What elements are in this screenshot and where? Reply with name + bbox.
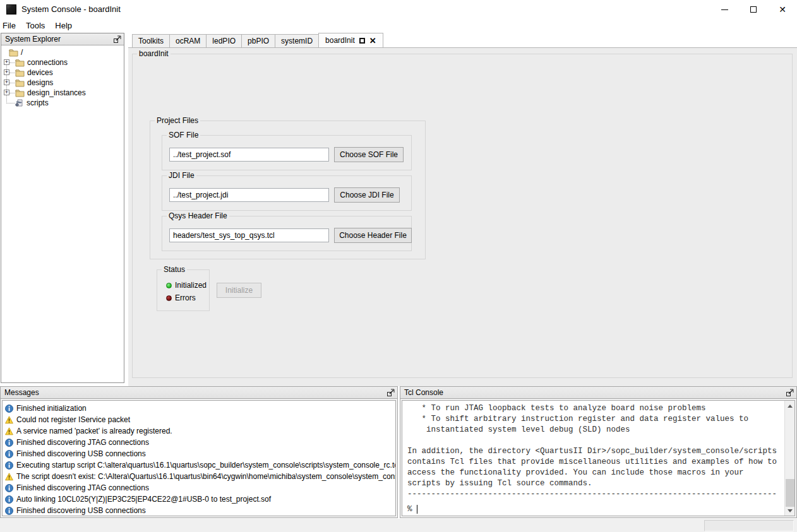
message-text: Finished discovering USB connections bbox=[16, 449, 146, 458]
undock-icon[interactable] bbox=[387, 389, 395, 397]
message-row[interactable]: Finished discovering JTAG connections bbox=[3, 482, 395, 494]
menu-file[interactable]: File bbox=[0, 19, 21, 32]
tree-item-devices[interactable]: + devices bbox=[1, 68, 124, 78]
tab-toolkits[interactable]: Toolkits bbox=[132, 34, 170, 47]
tcl-console-title: Tcl Console bbox=[404, 387, 443, 398]
info-icon bbox=[5, 495, 13, 504]
tcl-scrollbar[interactable] bbox=[784, 401, 794, 516]
minimize-button[interactable] bbox=[710, 0, 739, 19]
message-text: The script doesn't exist: C:\Altera\Quar… bbox=[16, 472, 396, 481]
tree-item-designs[interactable]: + designs bbox=[1, 78, 124, 88]
qsys-header-input[interactable] bbox=[169, 228, 329, 242]
tab-pbpio[interactable]: pbPIO bbox=[241, 34, 275, 47]
jdi-file-groupbox: JDI File Choose JDI File bbox=[162, 175, 412, 211]
message-text: Executing startup script C:\altera\quart… bbox=[16, 461, 396, 470]
messages-panel: Messages Finished initialization Could n… bbox=[0, 386, 398, 518]
message-row[interactable]: A service named 'packet' is already regi… bbox=[3, 425, 395, 437]
tcl-console-panel: Tcl Console * To run JTAG loopback tests… bbox=[400, 386, 797, 518]
status-bar bbox=[0, 519, 797, 532]
close-icon: ✕ bbox=[779, 5, 786, 14]
tree-stub bbox=[9, 83, 15, 83]
tab-ledpio[interactable]: ledPIO bbox=[206, 34, 242, 47]
maximize-icon bbox=[750, 6, 757, 13]
tree-stub bbox=[6, 103, 15, 103]
system-explorer-title: System Explorer bbox=[5, 33, 61, 45]
message-text: Finished discovering JTAG connections bbox=[16, 483, 149, 492]
message-row[interactable]: Finished initialization bbox=[3, 403, 395, 414]
expand-icon[interactable]: + bbox=[4, 90, 9, 95]
message-text: Auto linking 10CL025(Y|Z)|EP3C25|EP4CE22… bbox=[16, 495, 271, 504]
message-row[interactable]: Finished discovering USB connections bbox=[3, 448, 395, 459]
tcl-prompt[interactable]: % bbox=[407, 505, 417, 514]
scripts-icon bbox=[15, 99, 24, 107]
folder-icon bbox=[15, 59, 25, 67]
jdi-file-input[interactable] bbox=[169, 188, 329, 202]
message-row[interactable]: The script doesn't exist: C:\Altera\Quar… bbox=[3, 471, 395, 482]
message-row[interactable]: Executing startup script C:\altera\quart… bbox=[3, 459, 395, 471]
close-button[interactable]: ✕ bbox=[768, 0, 797, 19]
tree-item-root[interactable]: / bbox=[1, 47, 124, 57]
sof-file-label: SOF File bbox=[167, 131, 200, 139]
sof-file-input[interactable] bbox=[169, 148, 329, 162]
tab-boardinit[interactable]: boardInit ✕ bbox=[318, 33, 383, 47]
tcl-console-output: * To run JTAG loopback tests to analyze … bbox=[407, 403, 782, 500]
tree-stub bbox=[9, 93, 15, 93]
warning-icon bbox=[5, 416, 13, 424]
choose-header-file-button[interactable]: Choose Header File bbox=[334, 228, 412, 243]
explorer-tree: / + connections + devices + designs + de… bbox=[1, 45, 124, 382]
tree-item-label: design_instances bbox=[27, 88, 86, 97]
arrow-down-icon bbox=[788, 509, 793, 512]
maximize-button[interactable] bbox=[739, 0, 768, 19]
scroll-down-button[interactable] bbox=[785, 505, 795, 516]
menu-help[interactable]: Help bbox=[50, 19, 77, 32]
tree-item-connections[interactable]: + connections bbox=[1, 57, 124, 68]
tcl-console-body[interactable]: * To run JTAG loopback tests to analyze … bbox=[402, 400, 795, 516]
warning-icon bbox=[5, 427, 13, 435]
folder-icon bbox=[15, 79, 25, 87]
window-controls: ✕ bbox=[710, 0, 797, 19]
info-icon bbox=[5, 461, 13, 470]
choose-jdi-file-button[interactable]: Choose JDI File bbox=[334, 187, 400, 203]
tree-item-design-instances[interactable]: + design_instances bbox=[1, 88, 124, 98]
message-row[interactable]: Finished discovering JTAG connections bbox=[3, 437, 395, 448]
project-files-label: Project Files bbox=[155, 116, 200, 125]
message-row[interactable]: Finished discovering USB connections bbox=[3, 505, 395, 516]
sof-file-groupbox: SOF File Choose SOF File bbox=[162, 135, 412, 170]
initialize-button[interactable]: Initialize bbox=[217, 283, 261, 298]
folder-icon bbox=[15, 89, 25, 97]
info-icon bbox=[5, 507, 13, 515]
minimize-icon bbox=[721, 9, 728, 10]
tree-item-scripts[interactable]: scripts bbox=[1, 98, 124, 108]
tab-ocram[interactable]: ocRAM bbox=[169, 34, 207, 47]
message-text: Finished initialization bbox=[16, 404, 87, 413]
undock-icon[interactable] bbox=[113, 35, 121, 44]
status-groupbox: Status Initialized Errors bbox=[157, 269, 210, 311]
info-icon bbox=[5, 439, 13, 447]
system-explorer-header: System Explorer bbox=[1, 33, 124, 45]
system-console-window: { "window": { "title": "System Console -… bbox=[0, 0, 797, 532]
choose-sof-file-button[interactable]: Choose SOF File bbox=[334, 147, 404, 162]
undock-icon[interactable] bbox=[786, 389, 794, 397]
errors-label: Errors bbox=[175, 293, 196, 302]
tab-close-icon[interactable]: ✕ bbox=[369, 37, 376, 45]
initialized-status-row: Initialized bbox=[166, 280, 207, 291]
menu-tools[interactable]: Tools bbox=[21, 19, 50, 32]
tree-stub bbox=[9, 62, 15, 63]
message-text: A service named 'packet' is already regi… bbox=[16, 427, 172, 435]
tree-item-label: designs bbox=[27, 78, 53, 87]
folder-icon bbox=[9, 49, 18, 57]
scrollbar-thumb[interactable] bbox=[786, 479, 794, 507]
message-row[interactable]: Auto linking 10CL025(Y|Z)|EP3C25|EP4CE22… bbox=[3, 494, 395, 505]
tab-systemid[interactable]: systemID bbox=[275, 34, 319, 47]
expand-icon[interactable]: + bbox=[4, 59, 9, 65]
expand-icon[interactable]: + bbox=[4, 69, 9, 75]
tree-item-label: / bbox=[21, 48, 23, 57]
tab-restore-icon[interactable] bbox=[359, 38, 365, 44]
messages-title: Messages bbox=[4, 387, 39, 398]
scroll-up-button[interactable] bbox=[785, 401, 795, 411]
info-icon bbox=[5, 484, 13, 492]
expand-icon[interactable]: + bbox=[4, 80, 9, 85]
boardinit-tab-content: boardInit Project Files SOF File Choose … bbox=[128, 47, 797, 386]
message-row[interactable]: Could not register IService packet bbox=[3, 414, 395, 425]
tcl-console-header: Tcl Console bbox=[400, 387, 796, 399]
